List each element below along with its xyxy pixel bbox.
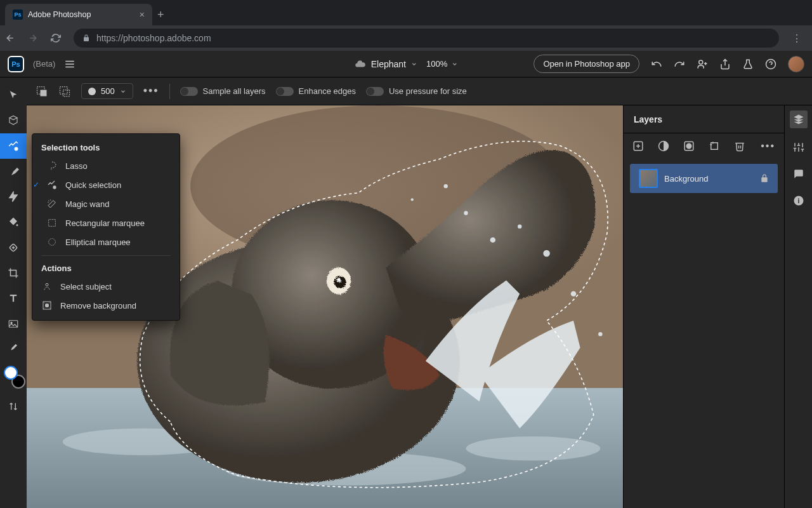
layer-actions-bar: ••• <box>624 133 784 159</box>
open-in-app-button[interactable]: Open in Photoshop app <box>534 55 639 73</box>
adjustment-layer-button[interactable] <box>658 140 669 152</box>
toggle-label: Sample all layers <box>203 86 266 96</box>
invite-button[interactable] <box>697 58 708 70</box>
back-button[interactable] <box>5 33 20 43</box>
ps-logo[interactable]: Ps <box>8 56 24 72</box>
transform-tool[interactable] <box>0 108 27 133</box>
subtract-selection-button[interactable] <box>58 85 71 98</box>
divider <box>169 84 170 99</box>
nav-bar: https://photoshop.adobe.com ⋮ <box>0 25 812 51</box>
redo-button[interactable] <box>674 58 685 70</box>
beaker-icon[interactable] <box>742 58 754 70</box>
flyout-action-select-subject[interactable]: Select subject <box>32 277 180 296</box>
url-bar[interactable]: https://photoshop.adobe.com <box>74 29 779 48</box>
flyout-item-lasso[interactable]: Lasso <box>32 156 180 175</box>
swap-colors-button[interactable] <box>0 394 27 419</box>
mask-button[interactable] <box>683 140 695 152</box>
layers-rail-button[interactable] <box>790 110 808 128</box>
svg-point-14 <box>15 147 18 150</box>
undo-button[interactable] <box>651 58 662 70</box>
tab-close-icon[interactable]: × <box>140 10 145 20</box>
toggle-switch[interactable] <box>180 87 198 96</box>
svg-point-32 <box>490 237 495 243</box>
app-header: Ps (Beta) Elephant 100% Open in Photosho… <box>0 51 812 77</box>
add-selection-button[interactable] <box>36 85 48 98</box>
main-menu-button[interactable] <box>64 58 75 70</box>
svg-rect-12 <box>60 86 68 94</box>
chevron-down-icon <box>120 88 126 95</box>
chevron-down-icon <box>411 61 417 67</box>
svg-point-15 <box>16 224 18 226</box>
svg-point-36 <box>571 291 576 296</box>
properties-rail-button[interactable] <box>791 140 806 155</box>
flyout-item-label: Rectangular marquee <box>65 218 145 228</box>
clip-button[interactable] <box>709 140 720 152</box>
browser-menu-button[interactable]: ⋮ <box>787 32 807 44</box>
more-options-button[interactable]: ••• <box>143 84 159 98</box>
svg-point-31 <box>336 277 340 281</box>
reload-button[interactable] <box>51 33 66 43</box>
move-tool[interactable] <box>0 83 27 108</box>
color-swatches[interactable] <box>4 366 23 385</box>
svg-point-58 <box>53 186 56 189</box>
toggle-sample-all-layers[interactable]: Sample all layers <box>180 86 266 96</box>
brush-size-value: 500 <box>101 86 115 96</box>
svg-point-34 <box>543 250 550 257</box>
place-tool[interactable] <box>0 311 27 337</box>
zoom-control[interactable]: 100% <box>426 59 457 69</box>
remove-background-icon <box>41 300 53 311</box>
user-avatar[interactable] <box>788 56 804 72</box>
toggle-switch[interactable] <box>276 87 294 96</box>
layer-more-button[interactable]: ••• <box>761 140 775 152</box>
flyout-item-elliptical-marquee[interactable]: Elliptical marquee <box>32 232 180 251</box>
adjust-tool[interactable] <box>0 184 27 210</box>
tab-title: Adobe Photoshop <box>28 10 91 19</box>
flyout-item-label: Lasso <box>65 161 88 171</box>
flyout-item-label: Magic wand <box>65 199 109 209</box>
flyout-action-label: Select subject <box>60 282 112 291</box>
browser-tab[interactable]: Ps Adobe Photoshop × <box>5 4 152 25</box>
flyout-item-quick-selection[interactable]: ✓ Quick selection <box>32 175 180 194</box>
help-button[interactable] <box>765 58 776 70</box>
lock-icon[interactable] <box>760 174 769 183</box>
flyout-item-rectangular-marquee[interactable]: Rectangular marquee <box>32 213 180 232</box>
fill-tool[interactable] <box>0 210 27 235</box>
layer-row-background[interactable]: Background <box>630 164 778 193</box>
layer-thumbnail <box>639 169 658 188</box>
foreground-color[interactable] <box>4 366 18 380</box>
brush-tool[interactable] <box>0 159 27 184</box>
toggle-enhance-edges[interactable]: Enhance edges <box>276 86 356 96</box>
left-toolbar <box>0 77 27 508</box>
header-right: Open in Photoshop app <box>534 55 804 73</box>
new-tab-button[interactable]: + <box>157 8 164 22</box>
flyout-section-title: Selection tools <box>32 139 180 156</box>
flyout-item-magic-wand[interactable]: Magic wand <box>32 194 180 213</box>
toggle-switch[interactable] <box>366 87 384 96</box>
magic-wand-icon <box>46 199 58 209</box>
share-button[interactable] <box>719 58 731 70</box>
add-layer-button[interactable] <box>632 140 644 152</box>
toggle-label: Use pressure for size <box>389 86 467 96</box>
toggle-use-pressure[interactable]: Use pressure for size <box>366 86 467 96</box>
brush-size-control[interactable]: 500 <box>81 83 133 99</box>
heal-tool[interactable] <box>0 235 27 260</box>
layers-panel-header: Layers <box>624 105 784 133</box>
tab-bar: Ps Adobe Photoshop × + <box>0 0 812 25</box>
browser-chrome: Ps Adobe Photoshop × + https://photoshop… <box>0 0 812 51</box>
crop-tool[interactable] <box>0 260 27 286</box>
flyout-item-label: Elliptical marquee <box>65 237 131 247</box>
info-rail-button[interactable]: i <box>791 193 806 208</box>
svg-point-35 <box>464 211 468 215</box>
flyout-action-label: Remove background <box>60 301 136 311</box>
svg-point-26 <box>466 436 600 460</box>
svg-point-33 <box>518 225 521 229</box>
eyedropper-tool[interactable] <box>0 337 27 362</box>
svg-text:i: i <box>797 197 799 204</box>
selection-tool[interactable] <box>0 133 27 159</box>
flyout-action-remove-background[interactable]: Remove background <box>32 296 180 315</box>
forward-button[interactable] <box>28 33 43 43</box>
comments-rail-button[interactable] <box>791 166 806 182</box>
type-tool[interactable] <box>0 286 27 311</box>
delete-layer-button[interactable] <box>734 140 745 152</box>
document-name[interactable]: Elephant <box>355 58 417 70</box>
